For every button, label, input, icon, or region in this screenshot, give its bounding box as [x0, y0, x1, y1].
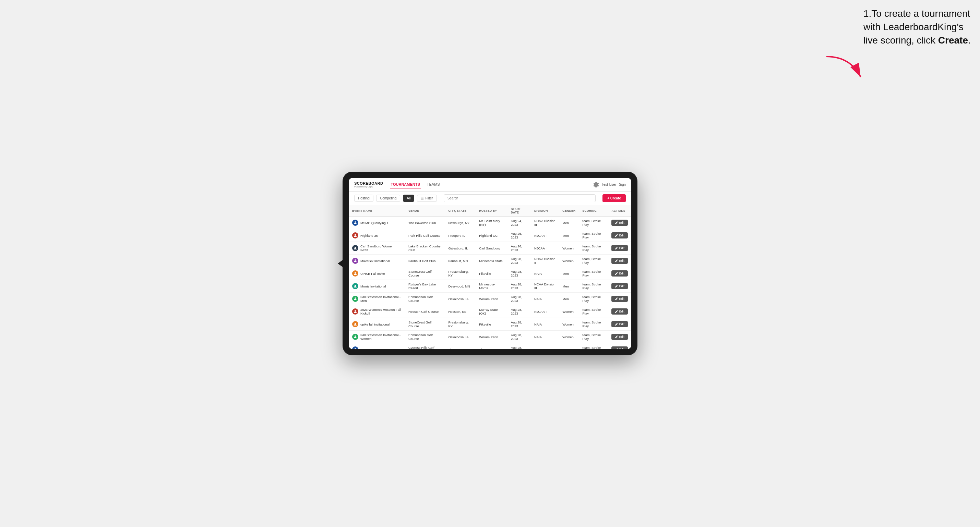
- event-name-cell: Fall Statesmen Invitational - Men: [349, 293, 405, 305]
- svg-point-1: [355, 221, 356, 223]
- svg-point-7: [355, 297, 356, 299]
- table-row: upike fall invitationalStoneCrest Golf C…: [349, 318, 631, 331]
- event-name: Fall Statesmen Invitational - Women: [360, 333, 401, 341]
- edit-button[interactable]: Edit: [611, 220, 628, 226]
- edit-button[interactable]: Edit: [611, 346, 628, 349]
- edit-button[interactable]: Edit: [611, 245, 628, 251]
- cell-4: NAIA: [531, 293, 559, 305]
- actions-cell: Edit: [608, 293, 631, 305]
- cell-3: Aug 28, 2023: [508, 255, 531, 267]
- nav-tab-tournaments[interactable]: TOURNAMENTS: [390, 181, 420, 189]
- col-header-scoring: SCORING: [579, 205, 608, 217]
- cell-4: NAIA: [531, 267, 559, 280]
- cell-6: team, Stroke Play: [579, 255, 608, 267]
- search-input[interactable]: [444, 194, 596, 202]
- col-header-venue: VENUE: [405, 205, 445, 217]
- event-name: MSMC Qualifying 1: [360, 221, 388, 225]
- actions-cell: Edit: [608, 267, 631, 280]
- event-name-cell: Maverick Invitational: [349, 255, 405, 267]
- app-header: SCOREBOARD Powered by Clipp TOURNAMENTS …: [349, 178, 631, 192]
- cell-1: Faribault, MN: [445, 255, 476, 267]
- cell-3: Aug 28, 2023: [508, 280, 531, 293]
- actions-cell: Edit: [608, 255, 631, 267]
- table-row: Maverick InvitationalFaribault Golf Club…: [349, 255, 631, 267]
- cell-6: team, Stroke Play: [579, 343, 608, 349]
- gear-icon[interactable]: [593, 182, 599, 187]
- cell-3: Aug 28, 2023: [508, 293, 531, 305]
- search-container: [444, 194, 596, 202]
- cell-4: NCAA Division III: [531, 217, 559, 229]
- cell-0: Park Hills Golf Course: [405, 229, 445, 242]
- edit-button[interactable]: Edit: [611, 232, 628, 238]
- team-logo: [352, 232, 358, 238]
- table-container: EVENT NAMEVENUECITY, STATEHOSTED BYSTART…: [349, 205, 631, 349]
- cell-2: Highland CC: [476, 229, 507, 242]
- cell-0: The Powelton Club: [405, 217, 445, 229]
- svg-point-11: [355, 348, 356, 349]
- cell-0: Cypress Hills Golf Club: [405, 343, 445, 349]
- event-name-cell: Carl Sandburg Women FA23: [349, 242, 405, 255]
- cell-2: Carl Sandburg: [476, 242, 507, 255]
- edit-button[interactable]: Edit: [611, 321, 628, 327]
- filter-button[interactable]: ☰ Filter: [417, 195, 436, 202]
- cell-2: William Penn: [476, 331, 507, 343]
- sign-label[interactable]: Sign: [619, 183, 626, 186]
- all-button[interactable]: All: [403, 195, 414, 202]
- cell-5: Women: [559, 242, 579, 255]
- cell-3: Aug 28, 2023: [508, 343, 531, 349]
- col-header-event-name: EVENT NAME: [349, 205, 405, 217]
- cell-1: Oskaloosa, IA: [445, 331, 476, 343]
- team-logo: [352, 346, 358, 349]
- cell-0: StoneCrest Golf Course: [405, 318, 445, 331]
- col-header-actions: ACTIONS: [608, 205, 631, 217]
- actions-cell: Edit: [608, 318, 631, 331]
- tablet-side-arrow: [338, 260, 342, 267]
- cell-4: NCAA Division II: [531, 255, 559, 267]
- cell-1: Freeport, IL: [445, 229, 476, 242]
- cell-1: Oskaloosa, IA: [445, 293, 476, 305]
- table-row: Highland 36Park Hills Golf CourseFreepor…: [349, 229, 631, 242]
- cell-0: Edmundson Golf Course: [405, 331, 445, 343]
- edit-button[interactable]: Edit: [611, 308, 628, 314]
- cell-4: NCAA Division III: [531, 280, 559, 293]
- edit-button[interactable]: Edit: [611, 334, 628, 340]
- edit-button[interactable]: Edit: [611, 283, 628, 289]
- team-logo: [352, 296, 358, 302]
- table-row: Fall Statesmen Invitational - MenEdmunds…: [349, 293, 631, 305]
- cell-6: team, Stroke Play: [579, 305, 608, 318]
- edit-button[interactable]: Edit: [611, 258, 628, 264]
- cell-2: William Penn: [476, 293, 507, 305]
- svg-point-6: [355, 285, 356, 286]
- team-logo: [352, 308, 358, 314]
- nav-tab-teams[interactable]: TEAMS: [426, 181, 441, 189]
- edit-button[interactable]: Edit: [611, 296, 628, 302]
- cell-5: Men: [559, 267, 579, 280]
- event-name: upike fall invitational: [360, 322, 390, 326]
- arrow-indicator: [823, 53, 867, 87]
- cell-3: Aug 28, 2023: [508, 318, 531, 331]
- user-name: Test User: [602, 183, 616, 186]
- edit-button[interactable]: Edit: [611, 270, 628, 276]
- cell-6: team, Stroke Play: [579, 242, 608, 255]
- cell-3: Aug 28, 2023: [508, 267, 531, 280]
- cell-3: Aug 28, 2023: [508, 331, 531, 343]
- cell-3: Aug 26, 2023: [508, 242, 531, 255]
- cell-2: Mt. Saint Mary (NY): [476, 217, 507, 229]
- svg-point-9: [355, 323, 356, 324]
- table-row: Fall Statesmen Invitational - WomenEdmun…: [349, 331, 631, 343]
- cell-5: Women: [559, 255, 579, 267]
- cell-5: Men: [559, 293, 579, 305]
- cell-1: Newburgh, NY: [445, 217, 476, 229]
- cell-4: NJCAA I: [531, 242, 559, 255]
- cell-1: Galesburg, IL: [445, 242, 476, 255]
- cell-6: team, Stroke Play: [579, 331, 608, 343]
- logo-text: SCOREBOARD: [354, 181, 383, 186]
- svg-point-2: [355, 234, 356, 235]
- logo-sub: Powered by Clipp: [354, 186, 383, 188]
- actions-cell: Edit: [608, 229, 631, 242]
- event-name-cell: VU PREVIEW: [349, 343, 405, 349]
- create-button[interactable]: + Create: [603, 194, 626, 202]
- hosting-button[interactable]: Hosting: [354, 195, 374, 202]
- event-name: Highland 36: [360, 234, 378, 238]
- competing-button[interactable]: Competing: [376, 195, 400, 202]
